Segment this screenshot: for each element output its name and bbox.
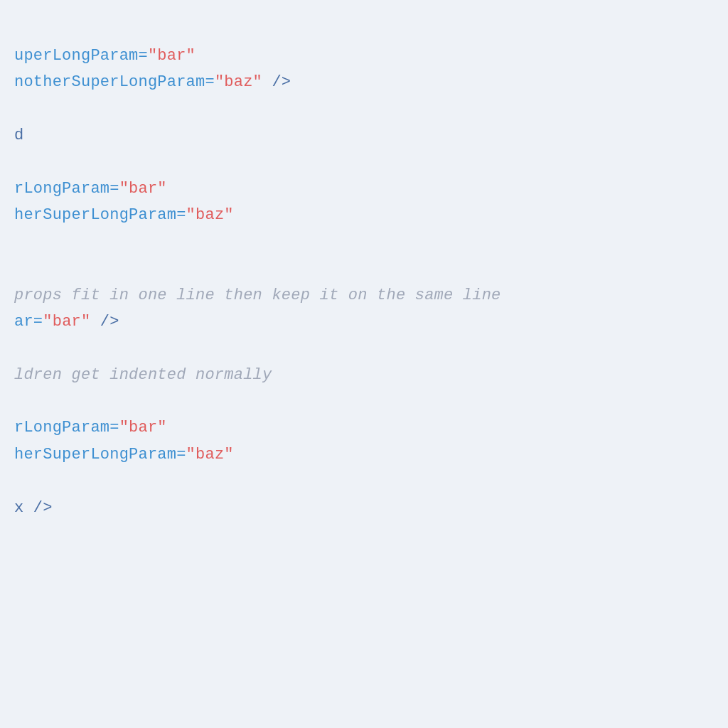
code-line: uperLongParam="bar" [0,43,728,69]
code-container: uperLongParam="bar"notherSuperLongParam=… [0,0,728,728]
code-line: herSuperLongParam="baz" [0,202,728,228]
comment-line: props fit in one line then keep it on th… [0,282,728,309]
empty-line [0,255,728,282]
attr-value-token: "baz" [186,206,234,224]
code-block: uperLongParam="bar"notherSuperLongParam=… [0,43,728,521]
empty-line [0,96,728,122]
attr-name-token: rLongParam= [14,180,119,198]
attr-value-token: "baz" [215,73,262,91]
code-line: x /> [0,495,728,521]
comment-text: props fit in one line then keep it on th… [14,287,501,304]
code-line: d [0,122,728,149]
comment-text: ldren get indented normally [14,366,272,384]
attr-value-token: "bar" [148,47,196,65]
attr-name-token: notherSuperLongParam= [14,73,215,91]
tag-punct-token: /> [90,313,119,331]
empty-line [0,229,728,255]
empty-line [0,149,728,176]
attr-name-token: herSuperLongParam= [14,446,186,464]
empty-line [0,335,728,361]
empty-line [0,468,728,494]
tag-punct-token: /> [262,73,291,91]
attr-name-token: rLongParam= [14,419,119,437]
attr-name-token: ar= [14,313,43,331]
keyword-token: d [14,127,23,144]
code-line: rLongParam="bar" [0,176,728,202]
attr-value-token: "bar" [43,313,90,331]
empty-line [0,388,728,414]
attr-value-token: "bar" [119,419,167,437]
attr-name-token: uperLongParam= [14,47,148,65]
code-line: herSuperLongParam="baz" [0,441,728,468]
tag-punct-token: x /> [14,499,53,517]
code-line: notherSuperLongParam="baz" /> [0,69,728,95]
attr-value-token: "baz" [186,446,234,464]
code-line: rLongParam="bar" [0,414,728,441]
attr-value-token: "bar" [119,180,167,198]
comment-line: ldren get indented normally [0,362,728,388]
code-line: ar="bar" /> [0,309,728,335]
attr-name-token: herSuperLongParam= [14,206,186,224]
